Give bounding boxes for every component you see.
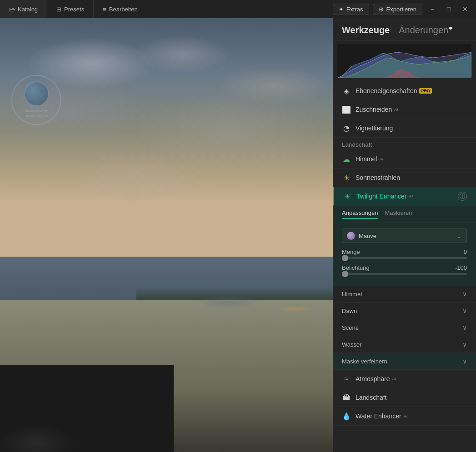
twilight-label: Twilight Enhancer AI xyxy=(356,193,453,200)
tab-bearbeiten[interactable]: ≡ Bearbeiten xyxy=(94,0,147,18)
pro-badge: PRO xyxy=(419,88,432,94)
watermark-globe xyxy=(24,81,49,106)
minimize-button[interactable]: − xyxy=(426,3,439,15)
watermark-text: Screenshot byAlhadesign.eu xyxy=(25,108,48,119)
tool-zuschneiden[interactable]: ⬜ Zuschneiden AI xyxy=(333,100,476,119)
tool-himmel[interactable]: ☁ Himmel AI xyxy=(333,150,476,169)
section-maske-collapse[interactable]: Maske verfeinern ∨ xyxy=(333,353,476,370)
twilight-settings: Mauve ⌄ Menge 0 xyxy=(333,223,476,286)
presets-icon: ⊞ xyxy=(56,6,61,13)
section-scene-collapse[interactable]: Scene ∨ xyxy=(333,319,476,336)
tool-landschaft[interactable]: 🏔 Landschaft xyxy=(333,388,476,407)
shoreline-layer xyxy=(91,270,333,335)
menge-track[interactable] xyxy=(342,257,467,259)
tool-water-enhancer[interactable]: 💧 Water Enhancer AI xyxy=(333,407,476,426)
close-button[interactable]: ✕ xyxy=(459,3,471,15)
section-landschaft: Landschaft xyxy=(333,138,476,150)
himmel-icon: ☁ xyxy=(342,154,351,164)
vignettierung-icon: ◔ xyxy=(342,124,351,133)
extras-icon: ✦ xyxy=(339,6,344,13)
watermark-circle: Screenshot byAlhadesign.eu xyxy=(11,75,61,125)
section-wasser-collapse[interactable]: Wasser ∨ xyxy=(333,336,476,353)
landschaft-icon: 🏔 xyxy=(342,393,351,402)
menge-slider-row: Menge 0 xyxy=(342,248,467,259)
belichtung-thumb[interactable] xyxy=(342,271,348,277)
water-enhancer-label: Water Enhancer AI xyxy=(356,412,467,420)
histogram xyxy=(337,44,471,78)
tool-atmosphare[interactable]: ≈ Atmosphäre AI xyxy=(333,370,476,388)
titlebar-controls: ✦ Extras ⊕ Exportieren − □ ✕ xyxy=(328,3,476,15)
atmosphare-label: Atmosphäre AI xyxy=(356,375,467,382)
chevron-down-icon: ⌄ xyxy=(456,232,462,239)
color-swatch xyxy=(347,232,355,240)
maximize-button[interactable]: □ xyxy=(442,3,455,15)
ai-badge-twilight: AI xyxy=(409,194,413,199)
vignettierung-label: Vignettierung xyxy=(356,124,467,132)
panel-header: Werkzeuge Änderungen xyxy=(333,18,476,40)
twilight-icon: ☀ xyxy=(343,192,352,201)
zuschneiden-icon: ⬜ xyxy=(342,105,351,114)
color-dropdown[interactable]: Mauve ⌄ xyxy=(342,228,467,243)
himmel-label: Himmel AI xyxy=(356,155,467,163)
section-himmel-collapse[interactable]: Himmel ∨ xyxy=(333,286,476,303)
sonnenstrahlen-icon: ✳ xyxy=(342,173,351,182)
menge-label: Menge xyxy=(342,248,360,255)
twilight-info-button[interactable]: ⓘ xyxy=(458,192,467,201)
tool-twilight-enhancer[interactable]: ☀ Twilight Enhancer AI ⓘ xyxy=(333,187,476,206)
landschaft-label: Landschaft xyxy=(356,394,467,401)
twilight-tabs: Anpassungen Maskieren xyxy=(333,206,476,223)
sonnenstrahlen-label: Sonnenstrahlen xyxy=(356,174,467,181)
titlebar-tabs: 🗁 Katalog ⊞ Presets ≡ Bearbeiten xyxy=(0,0,328,18)
tab-werkzeuge[interactable]: Werkzeuge xyxy=(342,25,390,35)
tab-anpassungen[interactable]: Anpassungen xyxy=(342,209,378,219)
scene-chevron-icon: ∨ xyxy=(462,324,467,331)
tab-maskieren[interactable]: Maskieren xyxy=(385,209,412,219)
photo-area: Screenshot byAlhadesign.eu xyxy=(0,18,333,452)
tool-vignettierung[interactable]: ◔ Vignettierung xyxy=(333,119,476,138)
belichtung-track[interactable] xyxy=(342,273,467,275)
ebeneneigenschaften-label: Ebeneneigenschaften PRO xyxy=(356,87,467,94)
main-area: Screenshot byAlhadesign.eu Werkzeuge Änd… xyxy=(0,18,476,452)
dropdown-value: Mauve xyxy=(359,233,456,239)
dawn-chevron-icon: ∨ xyxy=(462,307,467,314)
titlebar: 🗁 Katalog ⊞ Presets ≡ Bearbeiten ✦ Extra… xyxy=(0,0,476,18)
menge-thumb[interactable] xyxy=(342,255,348,261)
atmosphare-icon: ≈ xyxy=(342,374,351,383)
menge-value: 0 xyxy=(464,248,467,255)
zuschneiden-label: Zuschneiden AI xyxy=(356,106,467,113)
export-button[interactable]: ⊕ Exportieren xyxy=(373,4,422,15)
ebeneneigenschaften-icon: ◈ xyxy=(342,86,351,95)
export-icon: ⊕ xyxy=(379,6,384,13)
tab-katalog[interactable]: 🗁 Katalog xyxy=(0,0,47,18)
ai-badge-himmel: AI xyxy=(379,157,383,161)
rocks-layer xyxy=(0,365,174,452)
ai-badge-atmosphare: AI xyxy=(392,377,396,381)
folder-icon: 🗁 xyxy=(9,6,15,13)
section-dawn-collapse[interactable]: Dawn ∨ xyxy=(333,303,476,319)
tab-presets[interactable]: ⊞ Presets xyxy=(47,0,94,18)
right-panel: Werkzeuge Änderungen ◈ xyxy=(333,18,476,452)
panel-scroll[interactable]: ◈ Ebeneneigenschaften PRO ⬜ Zuschneiden … xyxy=(333,82,476,452)
tab-anderungen[interactable]: Änderungen xyxy=(399,25,452,35)
tool-ebeneneigenschaften[interactable]: ◈ Ebeneneigenschaften PRO xyxy=(333,82,476,100)
extras-button[interactable]: ✦ Extras xyxy=(333,4,369,15)
himmel-chevron-icon: ∨ xyxy=(462,290,467,298)
watermark: Screenshot byAlhadesign.eu xyxy=(9,73,64,127)
changes-dot xyxy=(449,27,452,30)
belichtung-value: -100 xyxy=(455,264,467,271)
tool-sonnenstrahlen[interactable]: ✳ Sonnenstrahlen xyxy=(333,169,476,187)
maske-chevron-icon: ∨ xyxy=(462,358,467,365)
photo-canvas: Screenshot byAlhadesign.eu xyxy=(0,18,333,452)
belichtung-label: Belichtung xyxy=(342,264,370,271)
edit-icon: ≡ xyxy=(103,6,106,13)
belichtung-slider-row: Belichtung -100 xyxy=(342,264,467,275)
ai-badge-water: AI xyxy=(404,414,408,418)
histogram-svg xyxy=(337,44,471,78)
wasser-chevron-icon: ∨ xyxy=(462,341,467,348)
ai-badge-zuschneiden: AI xyxy=(394,107,398,112)
water-enhancer-icon: 💧 xyxy=(342,412,351,421)
twilight-content: Anpassungen Maskieren Mauve ⌄ Menge 0 xyxy=(333,206,476,370)
